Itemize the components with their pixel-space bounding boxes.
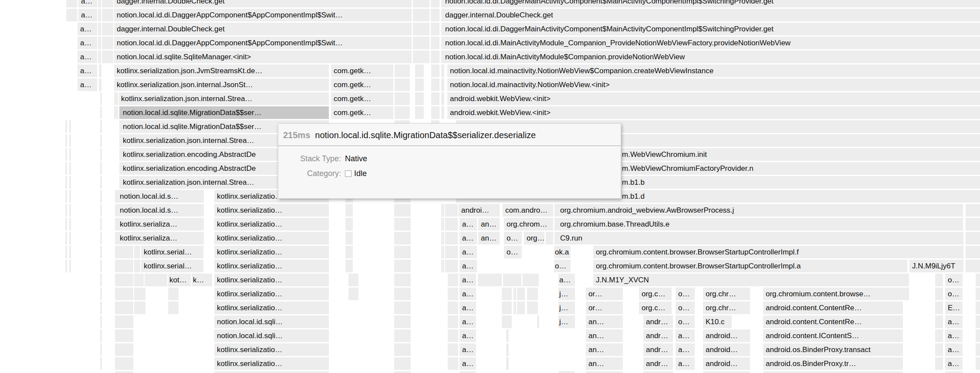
flame-frame-sliver[interactable] [66,0,77,7]
flame-frame-sliver[interactable] [966,204,980,217]
flame-frame-sliver[interactable] [394,288,411,300]
flame-frame-sliver[interactable] [431,0,439,7]
flame-frame[interactable]: j… [558,315,575,328]
flame-frame[interactable]: a… [460,329,476,342]
flame-frame[interactable]: or… [586,302,623,314]
flame-frame-sliver[interactable] [502,288,512,300]
flame-frame-sliver[interactable] [445,204,458,217]
flame-frame-sliver[interactable] [394,232,411,244]
flame-frame-sliver[interactable] [966,218,980,231]
flame-frame[interactable]: C9.run [554,232,963,244]
flame-frame[interactable]: android… [703,343,750,356]
flame-frame-sliver[interactable] [100,329,102,342]
flame-frame[interactable]: org.chr… [703,288,750,300]
flame-frame[interactable]: org.chromium.content.browser.BrowserStar… [593,260,907,272]
flame-frame-sliver[interactable] [395,64,410,77]
flame-frame[interactable]: an… [478,218,500,231]
flame-frame-sliver[interactable] [69,176,71,189]
flame-frame[interactable]: notion.local.id.di.DaggerAppComponent$Ap… [114,9,412,21]
flame-frame-sliver[interactable] [65,134,67,147]
flame-frame[interactable]: com.getk… [331,64,393,77]
flame-frame-sliver[interactable] [100,357,102,370]
flame-frame[interactable]: kotlinx.serializatio… [214,288,329,300]
flame-frame[interactable]: org.c… [639,302,672,314]
flame-frame-sliver[interactable] [441,78,444,91]
flame-frame[interactable]: android… [703,329,750,342]
flame-frame[interactable]: j… [558,302,575,314]
flame-frame-sliver[interactable] [100,274,102,286]
flame-frame[interactable]: kotlinx.serialization.json.JvmStreamsKt.… [114,64,329,77]
flame-frame-sliver[interactable] [431,64,439,77]
flame-frame[interactable]: kotlinx.serializatio… [214,274,329,286]
flame-frame-sliver[interactable] [214,371,329,373]
flame-frame-sliver[interactable] [69,162,71,175]
flame-frame[interactable]: or… [586,288,623,300]
flame-frame[interactable]: andr… [643,329,673,342]
flame-frame-sliver[interactable] [517,288,525,300]
flame-frame[interactable]: notion.local.id.di.MainActivityModule$Co… [441,51,980,63]
flame-frame[interactable]: android.os.BinderProxy.transact [763,343,903,356]
flame-frame[interactable]: andr… [643,315,673,328]
flame-frame[interactable]: com.getk… [331,78,393,91]
flame-frame[interactable]: a… [460,343,476,356]
flame-frame[interactable]: dagger.internal.DoubleCheck.get [114,0,412,7]
flame-frame-sliver[interactable] [65,218,67,231]
flame-frame-sliver[interactable] [65,120,67,133]
flame-frame-sliver[interactable] [115,274,133,286]
flame-frame[interactable]: o… [554,260,571,272]
flame-frame-sliver[interactable] [134,288,145,300]
flame-frame-sliver[interactable] [99,64,101,77]
flame-frame-sliver[interactable] [527,288,538,300]
flame-frame-sliver[interactable] [115,357,133,370]
flame-frame[interactable]: android.content.IContentS… [763,329,903,342]
flame-frame-sliver[interactable] [448,315,458,328]
flame-frame[interactable]: o… [676,302,695,314]
flame-frame[interactable]: notion.local.id.di.MainActivityModule_Co… [441,37,980,49]
flame-frame-sliver[interactable] [945,371,963,373]
flame-frame-sliver[interactable] [69,120,71,133]
flame-frame-sliver[interactable] [394,329,411,342]
flame-frame[interactable]: kotlinx.serializatio… [214,260,329,272]
flame-frame-sliver[interactable] [102,23,113,35]
flame-frame[interactable]: K10.c [703,315,732,328]
flame-frame[interactable]: kotlinx.serializatio… [214,302,329,314]
flame-frame-sliver[interactable] [102,51,113,63]
flame-frame[interactable]: notion.local.id.mainactivity.NotionWebVi… [447,78,980,91]
flame-frame[interactable]: notion.local.id.s… [115,204,204,217]
flame-frame-sliver[interactable] [503,274,521,286]
flame-frame[interactable]: a… [78,0,97,7]
flame-frame-sliver[interactable] [394,343,411,356]
flame-frame-sliver[interactable] [394,260,411,272]
flame-frame-sliver[interactable] [523,274,539,286]
flame-frame-sliver[interactable] [763,371,903,373]
flame-frame-sliver[interactable] [345,204,353,217]
flame-frame[interactable]: andr… [643,343,673,356]
flame-frame-sliver[interactable] [69,134,71,147]
flame-frame-sliver[interactable] [345,246,353,258]
flame-frame[interactable]: android.content.ContentRe… [763,315,903,328]
flame-frame-sliver[interactable] [115,260,133,272]
flame-frame-sliver[interactable] [98,23,101,35]
flame-frame[interactable]: org… [524,232,544,244]
flame-frame[interactable]: kotlinx.serial… [141,260,203,272]
flame-frame-sliver[interactable] [100,120,102,133]
flame-frame[interactable]: kotlinx.serializatio… [214,204,329,217]
flame-frame[interactable]: kotlinx.serializatio… [214,357,329,370]
flame-frame-sliver[interactable] [448,274,458,286]
flame-frame-sliver[interactable] [966,246,980,258]
flame-frame-sliver[interactable] [66,9,77,21]
flame-frame-sliver[interactable] [99,78,101,91]
flame-frame[interactable]: a… [78,9,97,21]
flame-frame-sliver[interactable] [395,92,410,105]
flame-frame[interactable]: android.os.BinderProxy.tr… [763,357,903,370]
flame-frame[interactable]: andr… [643,357,673,370]
flame-frame[interactable]: a… [78,78,97,91]
flame-frame-sliver[interactable] [935,357,943,370]
flame-frame-sliver[interactable] [348,274,358,286]
flame-frame[interactable]: a… [460,232,477,244]
flame-frame-sliver[interactable] [976,329,980,342]
flame-frame-sliver[interactable] [431,78,439,91]
flame-frame-sliver[interactable] [115,343,133,356]
flame-frame-sliver[interactable] [100,343,102,356]
flame-frame[interactable]: an… [478,232,500,244]
